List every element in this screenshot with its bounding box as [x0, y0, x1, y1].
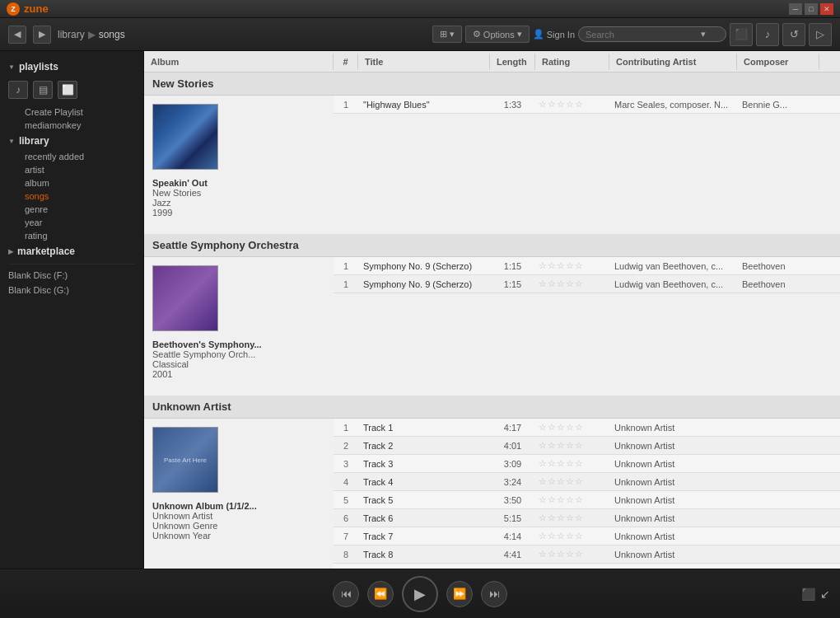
close-button[interactable]: ✕: [820, 3, 833, 15]
back-button[interactable]: ◀: [8, 26, 26, 44]
track-rating-2-5[interactable]: ☆ ☆ ☆ ☆ ☆: [535, 513, 609, 523]
sidebar-item-mediamonkey[interactable]: mediamonkey: [0, 119, 143, 132]
next-button[interactable]: ⏭: [481, 581, 507, 607]
person-icon: 👤: [533, 29, 544, 40]
track-rating-2-6[interactable]: ☆ ☆ ☆ ☆ ☆: [535, 531, 609, 541]
track-contributing-2-5: Unknown Artist: [609, 513, 737, 523]
track-row[interactable]: 2 Track 2 4:01 ☆ ☆ ☆ ☆ ☆ Unknown Artist: [334, 437, 840, 455]
star2: ☆: [548, 99, 556, 110]
col-header-rating[interactable]: Rating: [535, 54, 609, 70]
toolbar-icon-4[interactable]: ▷: [809, 23, 832, 46]
breadcrumb-library[interactable]: library: [58, 29, 85, 40]
track-row[interactable]: 5 Track 5 3:50 ☆ ☆ ☆ ☆ ☆ Unknown Artist: [334, 491, 840, 509]
video-icon-btn[interactable]: ▤: [33, 81, 53, 99]
star5: ☆: [575, 531, 583, 541]
photo-icon-btn[interactable]: ⬜: [58, 81, 77, 99]
track-title-1-0: Symphony No. 9 (Scherzo): [358, 261, 490, 271]
track-rating-1-1[interactable]: ☆ ☆ ☆ ☆ ☆: [535, 279, 609, 289]
maximize-button[interactable]: □: [805, 3, 818, 15]
star5: ☆: [575, 458, 583, 469]
star2: ☆: [548, 458, 556, 469]
track-rating-2-1[interactable]: ☆ ☆ ☆ ☆ ☆: [535, 440, 609, 451]
star3: ☆: [557, 476, 565, 487]
star1: ☆: [539, 476, 547, 487]
col-header-title[interactable]: Title: [358, 54, 490, 70]
options-button[interactable]: ⚙ Options ▾: [465, 26, 530, 43]
sidebar-item-create-playlist[interactable]: Create Playlist: [0, 105, 143, 119]
track-row[interactable]: 8 Track 8 4:41 ☆ ☆ ☆ ☆ ☆ Unknown Artist: [334, 545, 840, 564]
album-info-0: Speakin' Out New Stories Jazz 1999: [152, 170, 325, 226]
sidebar-item-year[interactable]: year: [0, 216, 143, 229]
search-dropdown-button[interactable]: ▾: [701, 29, 706, 40]
track-rating-2-3[interactable]: ☆ ☆ ☆ ☆ ☆: [535, 476, 609, 487]
sidebar-item-recently-added[interactable]: recently added: [0, 150, 143, 163]
track-contributing-2-7: Unknown Artist: [609, 550, 737, 559]
track-row[interactable]: 1 Symphony No. 9 (Scherzo) 1:15 ☆ ☆ ☆ ☆ …: [334, 275, 840, 293]
track-length-1-0: 1:15: [490, 261, 535, 271]
sidebar-item-songs[interactable]: songs: [0, 190, 143, 203]
track-length-2-2: 3:09: [490, 459, 535, 469]
track-row[interactable]: 3 Track 3 3:09 ☆ ☆ ☆ ☆ ☆ Unknown Artist: [334, 455, 840, 473]
view-toggle-button[interactable]: ⊞ ▾: [432, 26, 462, 43]
toolbar-icon-2[interactable]: ♪: [756, 23, 779, 46]
track-num-1-0: 1: [334, 261, 358, 271]
sidebar-library-header[interactable]: ▼ library: [0, 132, 143, 150]
track-rating-1-0[interactable]: ☆ ☆ ☆ ☆ ☆: [535, 260, 609, 271]
track-composer-1-1: Beethoven: [737, 279, 840, 289]
star3: ☆: [557, 458, 565, 469]
play-button[interactable]: ▶: [402, 576, 438, 612]
col-header-album[interactable]: Album: [144, 54, 334, 70]
track-contributing-2-1: Unknown Artist: [609, 441, 737, 451]
track-rating-2-7[interactable]: ☆ ☆ ☆ ☆ ☆: [535, 549, 609, 559]
content-area: Album # Title Length Rating Contributing…: [144, 51, 840, 569]
player-bar: ⏮ ⏪ ▶ ⏩ ⏭ ⬛ ↙: [0, 569, 840, 618]
track-rating-0-0[interactable]: ☆ ☆ ☆ ☆ ☆: [535, 99, 609, 110]
toolbar-icon-1[interactable]: ⬛: [730, 23, 753, 46]
track-row[interactable]: 7 Track 7 4:14 ☆ ☆ ☆ ☆ ☆ Unknown Artist: [334, 527, 840, 545]
sidebar-playlists-header[interactable]: ▼ playlists: [0, 58, 143, 76]
toolbar-icon-3[interactable]: ↺: [782, 23, 805, 46]
sidebar-marketplace-header[interactable]: ▶ marketplace: [0, 242, 143, 260]
search-input[interactable]: [586, 30, 701, 40]
sidebar-item-genre[interactable]: genre: [0, 203, 143, 216]
col-header-contributing[interactable]: Contributing Artist: [609, 54, 737, 70]
track-num-2-5: 6: [334, 513, 358, 523]
album-group-content-2: Paste Art Here Unknown Album (1/1/2... U…: [144, 419, 840, 569]
col-header-length[interactable]: Length: [490, 54, 535, 70]
breadcrumb-songs[interactable]: songs: [99, 29, 125, 40]
album-name-1: Beethoven's Symphony...: [152, 339, 325, 349]
album-art-section-0: Speakin' Out New Stories Jazz 1999: [144, 96, 334, 234]
star1: ☆: [539, 513, 547, 523]
track-row[interactable]: 6 Track 6 5:15 ☆ ☆ ☆ ☆ ☆ Unknown Artist: [334, 509, 840, 527]
track-rating-2-2[interactable]: ☆ ☆ ☆ ☆ ☆: [535, 458, 609, 469]
sidebar-item-album[interactable]: album: [0, 176, 143, 190]
track-row[interactable]: 4 Track 4 3:24 ☆ ☆ ☆ ☆ ☆ Unknown Artist: [334, 473, 840, 491]
star3: ☆: [557, 513, 565, 523]
player-icon-2[interactable]: ↙: [820, 588, 830, 601]
sign-in-button[interactable]: 👤 Sign In: [533, 29, 575, 40]
track-row[interactable]: 1 "Highway Blues" 1:33 ☆ ☆ ☆ ☆ ☆ Marc Se…: [334, 96, 840, 114]
star4: ☆: [566, 458, 574, 469]
stars-2-6: ☆ ☆ ☆ ☆ ☆: [539, 531, 583, 541]
forward-button[interactable]: ▶: [33, 26, 51, 44]
sidebar-item-rating[interactable]: rating: [0, 229, 143, 242]
star2: ☆: [548, 279, 556, 289]
minimize-button[interactable]: ─: [789, 3, 802, 15]
col-header-composer[interactable]: Composer: [737, 54, 819, 70]
rewind-button[interactable]: ⏪: [367, 581, 394, 607]
fast-forward-button[interactable]: ⏩: [446, 581, 473, 607]
sidebar-item-blank-disc-g[interactable]: Blank Disc (G:): [0, 283, 143, 297]
music-icon-btn[interactable]: ♪: [8, 81, 28, 99]
track-rating-2-0[interactable]: ☆ ☆ ☆ ☆ ☆: [535, 422, 609, 433]
col-header-num: #: [334, 54, 358, 70]
prev-button[interactable]: ⏮: [333, 581, 359, 607]
star5: ☆: [575, 279, 583, 289]
sidebar-item-artist[interactable]: artist: [0, 163, 143, 176]
track-rating-2-4[interactable]: ☆ ☆ ☆ ☆ ☆: [535, 494, 609, 505]
album-group-header-0: New Stories: [144, 73, 840, 96]
track-row[interactable]: 1 Track 1 4:17 ☆ ☆ ☆ ☆ ☆ Unknown Artist: [334, 419, 840, 437]
track-row[interactable]: 1 Symphony No. 9 (Scherzo) 1:15 ☆ ☆ ☆ ☆ …: [334, 257, 840, 275]
player-icon-1[interactable]: ⬛: [801, 588, 815, 601]
sidebar-playlist-icons: ♪ ▤ ⬜: [0, 76, 143, 105]
sidebar-item-blank-disc-f[interactable]: Blank Disc (F:): [0, 268, 143, 283]
